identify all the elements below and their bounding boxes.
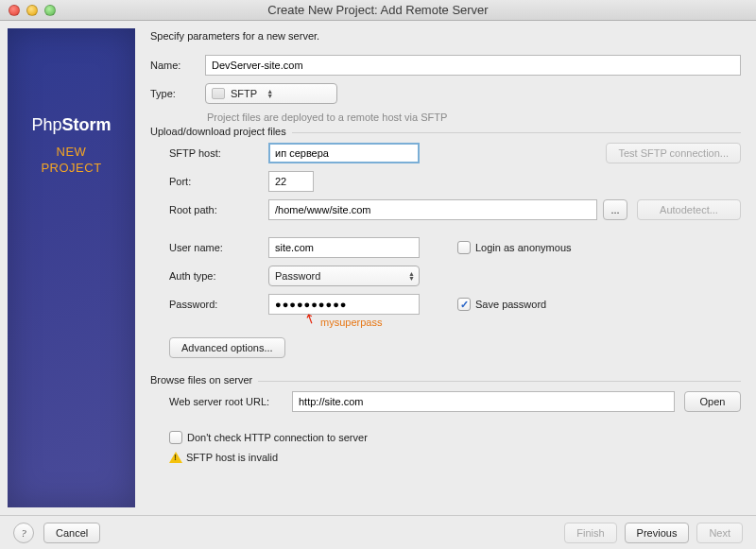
type-select[interactable]: SFTP ▲▼	[205, 83, 337, 104]
cancel-button[interactable]: Cancel	[43, 523, 100, 543]
next-button[interactable]: Next	[696, 523, 743, 543]
save-password-label: Save password	[475, 299, 546, 310]
auth-type-select-value: Password	[275, 270, 320, 282]
open-button[interactable]: Open	[684, 391, 741, 412]
save-password-checkbox[interactable]	[457, 298, 471, 311]
root-path-input[interactable]	[268, 199, 597, 220]
password-label: Password:	[169, 299, 268, 310]
window-title: Create New Project: Add Remote Server	[0, 3, 756, 17]
dont-check-http-label: Don't check HTTP connection to server	[187, 432, 368, 443]
close-window-button[interactable]	[9, 5, 20, 16]
minimize-window-button[interactable]	[26, 5, 38, 16]
password-input[interactable]	[268, 294, 420, 315]
traffic-lights	[9, 5, 56, 16]
name-input[interactable]	[205, 55, 741, 76]
type-hint: Project files are deployed to a remote h…	[207, 112, 741, 123]
type-label: Type:	[150, 88, 205, 99]
upload-section-label: Upload/download project files	[150, 126, 292, 137]
browse-root-button[interactable]: ...	[603, 199, 627, 220]
warning-text: SFTP host is invalid	[186, 452, 278, 463]
upload-section: Upload/download project files SFTP host:…	[150, 132, 741, 358]
browse-section: Browse files on server Web server root U…	[150, 381, 741, 463]
name-label: Name:	[150, 60, 205, 71]
help-button[interactable]: ?	[13, 523, 34, 543]
port-input[interactable]	[268, 171, 314, 192]
dialog-footer: ? Cancel Finish Previous Next	[0, 515, 756, 549]
password-annotation: mysuperpass	[320, 317, 382, 328]
advanced-options-button[interactable]: Advanced options...	[169, 337, 285, 358]
sftp-host-label: SFTP host:	[169, 147, 268, 159]
wizard-sidebar: PhpStorm NEW PROJECT	[8, 28, 135, 507]
intro-text: Specify parameters for a new server.	[150, 30, 741, 42]
login-anonymous-label: Login as anonymous	[475, 242, 572, 253]
user-name-input[interactable]	[268, 237, 420, 258]
web-root-label: Web server root URL:	[169, 396, 292, 407]
phpstorm-logo: PhpStorm	[31, 115, 111, 135]
zoom-window-button[interactable]	[44, 5, 56, 16]
port-label: Port:	[169, 176, 268, 187]
titlebar: Create New Project: Add Remote Server	[0, 0, 756, 21]
sftp-host-input[interactable]	[268, 143, 420, 163]
previous-button[interactable]: Previous	[625, 523, 690, 543]
auth-type-label: Auth type:	[169, 270, 268, 282]
root-path-label: Root path:	[169, 204, 268, 215]
user-name-label: User name:	[169, 242, 268, 253]
server-type-icon	[212, 88, 225, 99]
type-select-value: SFTP	[231, 88, 257, 99]
login-anonymous-checkbox[interactable]	[457, 241, 471, 254]
finish-button[interactable]: Finish	[564, 523, 616, 543]
warning-icon	[169, 452, 182, 463]
autodetect-button[interactable]: Autodetect...	[637, 199, 741, 220]
test-connection-button[interactable]: Test SFTP connection...	[606, 143, 741, 163]
web-root-input[interactable]	[292, 391, 675, 412]
select-arrows-icon: ▲▼	[266, 89, 273, 98]
select-arrows-icon: ▲▼	[408, 271, 415, 281]
browse-section-label: Browse files on server	[150, 374, 258, 386]
wizard-step-title: NEW PROJECT	[41, 145, 101, 177]
auth-type-select[interactable]: Password ▲▼	[268, 266, 420, 286]
dont-check-http-checkbox[interactable]	[169, 431, 182, 444]
